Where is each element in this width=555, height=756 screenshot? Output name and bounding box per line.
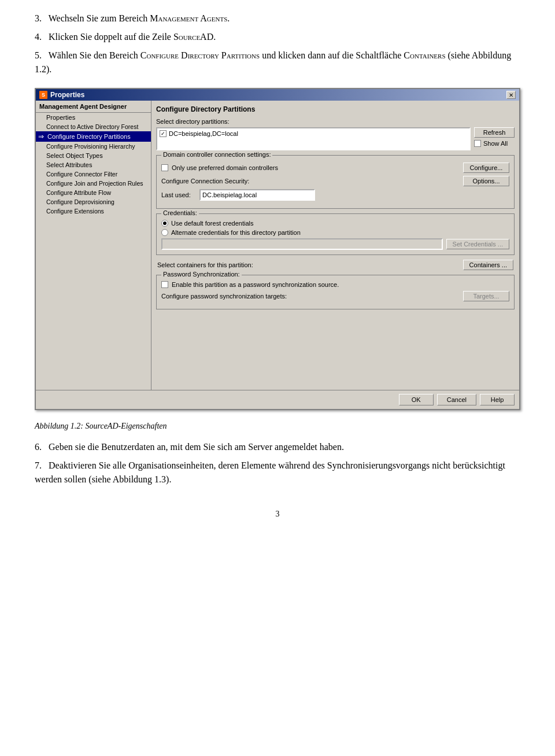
sidebar-item-join-proj[interactable]: Configure Join and Projection Rules: [36, 179, 151, 188]
dialog-title: Properties: [50, 91, 84, 99]
select-containers-label: Select containers for this partition:: [157, 261, 253, 268]
sidebar-item-connect[interactable]: Connect to Active Directory Forest: [36, 122, 151, 131]
sidebar-item-label: Configure Directory Partitions: [47, 133, 131, 140]
show-all-checkbox[interactable]: [474, 140, 481, 147]
only-preferred-row: Only use preferred domain controllers Co…: [161, 163, 509, 173]
password-sync-title: Password Synchronization:: [161, 271, 242, 278]
partitions-label: Select directory partitions:: [156, 118, 515, 125]
partitions-section: Select directory partitions: ✓ DC=beispi…: [156, 118, 515, 150]
configure-connection-row: Configure Connection Security: Options..…: [161, 176, 509, 186]
credentials-input[interactable]: [161, 238, 443, 250]
step-4: 4. Klicken Sie doppelt auf die Zeile Sou…: [35, 30, 520, 44]
alternate-radio[interactable]: [161, 229, 168, 236]
sidebar-item-select-attrs[interactable]: Select Attributes: [36, 160, 151, 169]
show-all-label: Show All: [483, 140, 508, 147]
left-panel-header: Management Agent Designer: [36, 101, 151, 113]
partition-item[interactable]: ✓ DC=beispielag,DC=local: [158, 130, 468, 138]
alternate-label: Alternate credentials for this directory…: [171, 229, 301, 236]
dialog-app-icon: S: [39, 91, 47, 99]
right-panel: Configure Directory Partitions Select di…: [151, 101, 519, 390]
ok-button[interactable]: OK: [399, 394, 434, 405]
credentials-group: Credentials: Use default forest credenti…: [156, 213, 515, 255]
select-containers-row: Select containers for this partition: Co…: [156, 260, 515, 270]
configure-password-label: Configure password synchronization targe…: [161, 293, 287, 300]
dialog-close-button[interactable]: ✕: [506, 91, 516, 99]
last-used-row: Last used:: [161, 189, 509, 201]
sidebar-item-obj-types[interactable]: Select Object Types: [36, 151, 151, 160]
refresh-button[interactable]: Refresh: [474, 127, 515, 138]
containers-button[interactable]: Containers ...: [463, 260, 513, 270]
help-button[interactable]: Help: [480, 394, 515, 405]
show-all-row: Show All: [474, 140, 515, 147]
use-default-row: Use default forest credentials: [161, 220, 509, 227]
dialog-titlebar: S Properties ✕: [36, 89, 519, 101]
sidebar-item-configure-dir[interactable]: ⇒ Configure Directory Partitions: [36, 131, 151, 142]
configure-connection-label: Configure Connection Security:: [161, 178, 249, 185]
step-3: 3. Wechseln Sie zum Bereich Management A…: [35, 12, 520, 25]
credentials-input-row: Set Credentials ...: [161, 238, 509, 250]
sidebar-item-properties[interactable]: Properties: [36, 113, 151, 122]
figure-caption: Abbildung 1.2: SourceAD-Eigenschaften: [35, 422, 520, 431]
partition-name: DC=beispielag,DC=local: [169, 130, 238, 137]
sidebar-item-deprov[interactable]: Configure Deprovisioning: [36, 197, 151, 206]
enable-partition-checkbox[interactable]: [161, 281, 168, 288]
set-credentials-button[interactable]: Set Credentials ...: [446, 239, 509, 249]
configure-password-row: Configure password synchronization targe…: [161, 291, 509, 301]
step-7: 7. Deaktivieren Sie alle Organisationsei…: [35, 459, 520, 486]
options-button[interactable]: Options...: [463, 176, 509, 186]
password-sync-group: Password Synchronization: Enable this pa…: [156, 275, 515, 309]
arrow-icon: ⇒: [38, 132, 44, 141]
alternate-row: Alternate credentials for this directory…: [161, 229, 509, 236]
titlebar-left: S Properties: [39, 91, 84, 99]
step-6: 6. Geben sie die Benutzerdaten an, mit d…: [35, 440, 520, 454]
dialog-body: Management Agent Designer Properties Con…: [36, 101, 519, 390]
sidebar-item-extensions[interactable]: Configure Extensions: [36, 206, 151, 216]
dialog-footer: OK Cancel Help: [36, 390, 519, 409]
partition-list[interactable]: ✓ DC=beispielag,DC=local: [156, 127, 471, 150]
credentials-title: Credentials:: [161, 209, 199, 216]
use-default-label: Use default forest credentials: [171, 220, 253, 227]
use-default-radio[interactable]: [161, 220, 168, 227]
left-panel: Management Agent Designer Properties Con…: [36, 101, 151, 390]
targets-button[interactable]: Targets...: [463, 291, 509, 301]
sidebar-item-prov-hierarchy[interactable]: Configure Provisioning Hierarchy: [36, 142, 151, 151]
page-number: 3: [35, 510, 520, 519]
configure-button[interactable]: Configure...: [463, 163, 509, 173]
partition-buttons: Refresh Show All: [474, 127, 515, 147]
sidebar-item-attr-flow[interactable]: Configure Attribute Flow: [36, 188, 151, 197]
right-panel-title: Configure Directory Partitions: [156, 105, 515, 113]
properties-dialog: S Properties ✕ Management Agent Designer…: [35, 88, 520, 410]
dc-settings-title: Domain controller connection settings:: [161, 151, 272, 158]
partitions-row: ✓ DC=beispielag,DC=local Refresh Show Al…: [156, 127, 515, 150]
enable-partition-label: Enable this partition as a password sync…: [172, 281, 339, 288]
last-used-label: Last used:: [161, 191, 196, 198]
only-preferred-checkbox[interactable]: [161, 164, 168, 171]
last-used-input[interactable]: [199, 189, 315, 201]
step-5: 5. Wählen Sie den Bereich Configure Dire…: [35, 49, 520, 76]
sidebar-item-connector-filter[interactable]: Configure Connector Filter: [36, 169, 151, 179]
enable-partition-row: Enable this partition as a password sync…: [161, 281, 509, 288]
only-preferred-label: Only use preferred domain controllers: [172, 164, 278, 171]
cancel-button[interactable]: Cancel: [437, 394, 476, 405]
dc-settings-group: Domain controller connection settings: O…: [156, 155, 515, 209]
partition-checkbox[interactable]: ✓: [160, 130, 166, 137]
